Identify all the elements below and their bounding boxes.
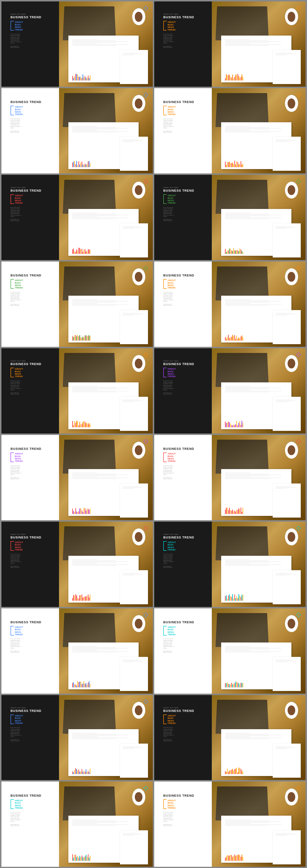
paper-back: [273, 830, 301, 864]
desk-photo: [59, 608, 153, 694]
about-block: ABOUTBUSI-NESSTREND: [163, 106, 206, 116]
right-panel: [59, 175, 153, 260]
bottom-text: Donec aliquam mettristique. Ut nisl anim…: [10, 219, 53, 221]
left-panel: INSERT TEXT HERE BUSINESS TREND ABOUTBUS…: [154, 1, 212, 87]
left-panel: BUSINESS TREND ABOUTBUSI-NESSTREND Et er…: [154, 608, 212, 694]
bottom-text: Donec aliquam mettristique. Ut nisl anim…: [163, 739, 206, 741]
main-title: BUSINESS TREND: [163, 274, 206, 277]
about-text: ABOUTBUSI-NESSTREND: [15, 715, 23, 724]
paper-back: [273, 137, 301, 171]
about-text: ABOUTBUSI-NESSTREND: [15, 279, 23, 289]
laptop-decoration: [216, 6, 269, 40]
bottom-text: Donec aliquam mettristique. Ut nisl anim…: [10, 477, 53, 479]
main-title: BUSINESS TREND: [10, 709, 53, 713]
desk-photo: [59, 1, 153, 87]
bottom-text: Donec aliquam mettristique. Ut nisl anim…: [10, 739, 53, 741]
bottom-text: Donec aliquam mettristique. Ut nisl anim…: [163, 392, 206, 395]
laptop-decoration: [63, 526, 116, 561]
slide-9: INSERT TEXT HERE BUSINESS TREND ABOUTBUS…: [1, 348, 153, 434]
bottom-text: Donec aliquam mettristique. Ut nisl anim…: [10, 650, 53, 653]
body-text: Et eros enim eu minimtemplate, quis dapi…: [163, 380, 206, 391]
svg-marker-18: [144, 786, 148, 790]
main-title: BUSINESS TREND: [163, 794, 206, 797]
left-panel: INSERT TEXT HERE BUSINESS TREND ABOUTBUS…: [1, 695, 59, 780]
paper-back: [120, 744, 148, 778]
coffee-inner: [135, 272, 142, 282]
body-text: Et eros enim eu minimtemplate, quis dapi…: [10, 207, 53, 218]
about-bracket: [10, 799, 14, 809]
left-panel: BUSINESS TREND ABOUTBUSI-NESSTREND Et er…: [1, 261, 59, 347]
body-text: Et eros enim eu minimtemplate, quis dapi…: [163, 465, 206, 476]
laptop-decoration: [216, 180, 269, 214]
coffee-inner: [135, 705, 142, 715]
main-title: BUSINESS TREND: [163, 709, 206, 713]
left-panel: BUSINESS TREND ABOUTBUSI-NESSTREND Et er…: [1, 435, 59, 520]
main-title: BUSINESS TREND: [10, 362, 53, 366]
left-panel: BUSINESS TREND ABOUTBUSI-NESSTREND Et er…: [1, 781, 59, 867]
about-block: ABOUTBUSI-NESSTREND: [10, 21, 53, 31]
about-block: ABOUTBUSI-NESSTREND: [10, 799, 53, 809]
left-panel: INSERT TEXT HERE BUSINESS TREND ABOUTBUS…: [1, 1, 59, 87]
coffee-inner: [287, 359, 295, 368]
about-bracket: [10, 368, 14, 377]
desk-photo: [59, 348, 153, 434]
laptop-decoration: [63, 613, 116, 647]
left-panel: INSERT TEXT HERE BUSINESS TREND ABOUTBUS…: [154, 175, 212, 260]
slide-inner: INSERT TEXT HERE BUSINESS TREND ABOUTBUS…: [1, 522, 153, 607]
about-text: ABOUTBUSI-NESSTREND: [168, 106, 176, 116]
right-panel: [212, 781, 306, 867]
about-text: ABOUTBUSI-NESSTREND: [15, 368, 23, 377]
desk-photo: [212, 348, 306, 434]
svg-marker-1: [297, 6, 301, 10]
paper-back: [120, 310, 148, 344]
coffee-inner: [135, 619, 142, 628]
coffee-cup: [132, 268, 145, 285]
coffee-inner: [287, 12, 295, 22]
slide-19: BUSINESS TREND ABOUTBUSI-NESSTREND Et er…: [1, 781, 153, 867]
left-panel: INSERT TEXT HERE BUSINESS TREND ABOUTBUS…: [1, 175, 59, 260]
about-text: ABOUTBUSI-NESSTREND: [15, 194, 23, 204]
coffee-cup: [285, 615, 298, 632]
desk-photo: [212, 88, 306, 174]
about-block: ABOUTBUSI-NESSTREND: [10, 106, 53, 116]
slide-17: INSERT TEXT HERE BUSINESS TREND ABOUTBUS…: [1, 695, 153, 780]
about-block: ABOUTBUSI-NESSTREND: [10, 626, 53, 636]
svg-marker-7: [297, 266, 301, 271]
about-text: ABOUTBUSI-NESSTREND: [168, 541, 176, 551]
right-panel: [59, 695, 153, 780]
paper-back: [120, 484, 148, 518]
slide-5: INSERT TEXT HERE BUSINESS TREND ABOUTBUS…: [1, 175, 153, 260]
slide-13: INSERT TEXT HERE BUSINESS TREND ABOUTBUS…: [1, 522, 153, 607]
left-panel: BUSINESS TREND ABOUTBUSI-NESSTREND Et er…: [154, 435, 212, 520]
coffee-cup: [285, 95, 298, 112]
coffee-inner: [135, 359, 142, 368]
right-panel: [212, 261, 306, 347]
desk-photo: [212, 608, 306, 694]
diamond-icon: [296, 786, 301, 790]
desk-photo: [59, 88, 153, 174]
slide-15: BUSINESS TREND ABOUTBUSI-NESSTREND Et er…: [1, 608, 153, 694]
coffee-cup: [285, 528, 298, 546]
body-text: Et eros enim eu minimtemplate, quis dapi…: [163, 638, 206, 649]
body-text: Et eros enim eu minimtemplate, quis dapi…: [163, 207, 206, 218]
bottom-text: Donec aliquam mettristique. Ut nisl anim…: [163, 650, 206, 653]
main-title: BUSINESS TREND: [10, 447, 53, 451]
left-panel: INSERT TEXT HERE BUSINESS TREND ABOUTBUS…: [1, 348, 59, 434]
desk-photo: [212, 1, 306, 87]
body-text: Et eros enim eu minimtemplate, quis dapi…: [10, 465, 53, 476]
coffee-inner: [287, 445, 295, 455]
about-text: ABOUTBUSI-NESSTREND: [168, 626, 176, 636]
slide-inner: INSERT TEXT HERE BUSINESS TREND ABOUTBUS…: [154, 348, 306, 434]
svg-marker-8: [144, 352, 148, 357]
about-block: ABOUTBUSI-NESSTREND: [10, 194, 53, 204]
diamond-icon: [296, 526, 301, 531]
about-text: ABOUTBUSI-NESSTREND: [168, 799, 176, 809]
about-text: ABOUTBUSI-NESSTREND: [168, 194, 176, 204]
right-panel: [59, 435, 153, 520]
insert-text: INSERT TEXT HERE: [163, 13, 206, 15]
coffee-cup: [132, 8, 145, 25]
about-block: ABOUTBUSI-NESSTREND: [163, 541, 206, 551]
slide-3: BUSINESS TREND ABOUTBUSI-NESSTREND Et er…: [1, 88, 153, 174]
body-text: Et eros enim eu minimtemplate, quis dapi…: [10, 638, 53, 649]
about-text: ABOUTBUSI-NESSTREND: [15, 21, 23, 31]
